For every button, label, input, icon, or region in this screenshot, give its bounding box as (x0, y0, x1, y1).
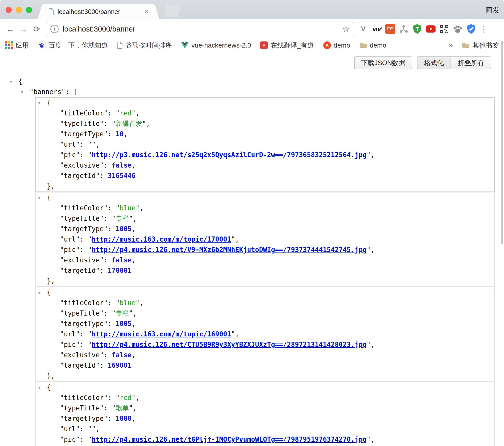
json-key: "typeTitle": " (60, 404, 116, 412)
folder-icon (462, 42, 470, 49)
json-key: "targetType": (60, 415, 116, 422)
json-number-value: 170001 (108, 267, 132, 274)
json-prop-line: "exclusive": false, (36, 350, 494, 360)
qr-code-extension-icon[interactable] (438, 23, 450, 35)
json-number-value: 169001 (108, 362, 132, 369)
json-punct: , (132, 256, 136, 264)
scrollbar[interactable] (501, 41, 503, 244)
json-prop-line: "pic": "http://p4.music.126.net/CTU5B9R9… (36, 339, 494, 350)
page-content: 下载JSON数据 格式化 折叠所有 ▼{ ▼"banners": [ ▼{ "t… (0, 52, 504, 446)
navigation-bar: ← → ⟳ i localhost:3000/banner ☆ V en FE … (0, 19, 504, 39)
json-punct: }, (47, 277, 55, 285)
json-string-value: 专栏 (116, 215, 129, 222)
format-button[interactable]: 格式化 (417, 56, 451, 69)
json-prop-line: "titleColor": "red", (36, 108, 494, 118)
paw-extension-icon[interactable] (452, 23, 464, 35)
json-key: "url": (60, 425, 88, 433)
translate-extension-icon[interactable]: en (371, 23, 383, 35)
collapse-triangle-icon[interactable]: ▼ (38, 193, 47, 203)
json-punct: , (132, 225, 136, 233)
shield-check-extension-icon[interactable] (465, 23, 477, 35)
json-key: "titleColor": " (60, 394, 120, 402)
json-object-open: ▼{ (36, 382, 494, 393)
json-prop-line: "pic": "http://p4.music.126.net/V9-MXz6b… (36, 245, 494, 255)
close-window-button[interactable] (6, 7, 12, 13)
collapse-triangle-icon[interactable]: ▼ (10, 77, 18, 87)
bookmark-apps[interactable]: 应用 (5, 41, 29, 50)
json-key: "exclusive": (60, 256, 112, 264)
back-button[interactable]: ← (4, 24, 17, 34)
json-object-open: ▼{ (36, 98, 494, 108)
json-url-link[interactable]: http://music.163.com/m/topic/169001 (92, 330, 231, 338)
json-prop-line: "targetId": 170001 (36, 265, 494, 276)
tab-close-icon[interactable]: × (144, 8, 149, 16)
json-key: "url": (60, 141, 88, 148)
bookmark-youdao-translate[interactable]: Y 在线翻译_有道 (260, 41, 314, 50)
page-info-icon[interactable]: i (50, 25, 59, 33)
org-chart-extension-icon[interactable] (398, 23, 410, 35)
json-prop-line: "pic": "http://p4.music.126.net/tGPljf-I… (36, 434, 494, 445)
fe-extension-icon[interactable]: FE (384, 23, 396, 35)
json-url-link[interactable]: http://p4.music.126.net/CTU5B9R9y3XyYBZX… (92, 341, 367, 348)
bookmarks-overflow-icon[interactable]: » (449, 41, 453, 49)
profile-name[interactable]: 阿发 (486, 6, 499, 15)
json-url-link[interactable]: http://p4.music.126.net/V9-MXz6b2MNhEKju… (92, 246, 367, 254)
collapse-all-button[interactable]: 折叠所有 (451, 56, 491, 69)
other-bookmarks-folder[interactable]: 其他书签 (462, 41, 499, 50)
json-prop-line: "targetType": 1005, (36, 319, 494, 329)
youtube-extension-icon[interactable] (425, 23, 437, 35)
json-prop-line: "exclusive": false, (36, 160, 494, 171)
vimium-extension-icon[interactable]: V (357, 23, 369, 35)
json-punct: { (47, 194, 51, 201)
json-root-open: ▼{ (10, 76, 495, 87)
json-url-link[interactable]: http://music.163.com/m/topic/170001 (92, 235, 231, 243)
json-punct: , (123, 130, 128, 138)
json-prop-line: "targetId": 169001 (36, 360, 494, 371)
json-punct: ", (367, 151, 374, 159)
json-punct: ", (135, 299, 143, 307)
zoom-window-button[interactable] (26, 7, 32, 13)
json-boolean-value: false (112, 161, 132, 169)
address-bar[interactable]: i localhost:3000/banner ☆ (46, 22, 354, 36)
green-shield-extension-icon[interactable]: T (411, 23, 423, 35)
collapse-triangle-icon[interactable]: ▼ (38, 288, 47, 298)
bookmark-baidu[interactable]: 百度一下，你就知道 (38, 41, 108, 50)
bookmark-star-icon[interactable]: ☆ (342, 24, 350, 34)
json-punct: , (132, 351, 136, 359)
bookmark-label: 应用 (16, 41, 29, 50)
json-punct: , (132, 320, 136, 328)
json-number-value: 1005 (116, 320, 132, 328)
minimize-window-button[interactable] (16, 7, 22, 13)
json-empty-string: "" (88, 141, 96, 148)
chrome-menu-icon[interactable]: ⋮ (479, 24, 489, 34)
bookmark-google-sort[interactable]: 谷歌按时间排序 (117, 41, 172, 50)
browser-tab[interactable]: localhost:3000/banner × (44, 4, 153, 19)
download-json-button[interactable]: 下载JSON数据 (354, 56, 412, 69)
new-tab-button[interactable] (163, 5, 181, 17)
json-key: "pic": " (60, 341, 92, 348)
json-number-value: 1000 (116, 415, 132, 422)
json-boolean-value: false (112, 351, 132, 359)
bookmark-label: 其他书签 (472, 41, 499, 50)
json-key: "exclusive": (60, 161, 112, 169)
forward-button[interactable]: → (17, 24, 30, 34)
vimium-glyph: V (361, 25, 366, 33)
bookmark-demo-folder[interactable]: demo (359, 41, 386, 49)
reload-button[interactable]: ⟳ (30, 24, 43, 34)
json-punct: { (47, 99, 51, 107)
json-key: "targetId": (60, 267, 108, 274)
json-punct: }, (47, 372, 55, 380)
json-url-link[interactable]: http://p3.music.126.net/s25q2x5QyqsAzilC… (92, 151, 367, 159)
json-key: "targetType": (60, 130, 116, 138)
bookmark-awesomes[interactable]: A demo (323, 41, 350, 49)
json-url-link[interactable]: http://p4.music.126.net/tGPljf-IMOCyPvum… (92, 436, 367, 443)
collapse-triangle-icon[interactable]: ▼ (38, 98, 47, 108)
url-text[interactable]: localhost:3000/banner (63, 25, 342, 33)
collapse-triangle-icon[interactable]: ▼ (38, 382, 47, 393)
json-key: "targetId": (60, 172, 108, 180)
json-object-close: }, (36, 276, 494, 286)
collapse-triangle-icon[interactable]: ▼ (21, 87, 30, 97)
en-glyph: en (373, 26, 379, 32)
bookmark-vue-hackernews[interactable]: vue-hackernews-2.0 (181, 41, 251, 49)
window-controls (6, 7, 32, 13)
